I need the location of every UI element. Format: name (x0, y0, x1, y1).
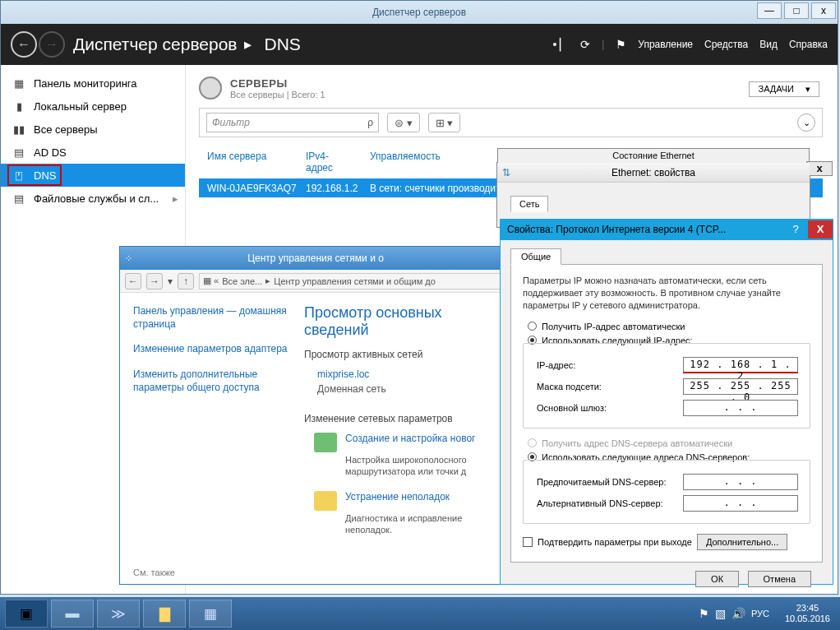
servers-icon: ▮▮ (12, 123, 25, 136)
separator: | (602, 39, 604, 50)
ipv4-titlebar[interactable]: Свойства: Протокол Интернета версии 4 (T… (501, 219, 833, 240)
network-center-window[interactable]: ⁘ Центр управления сетями и о ← → ▾ ↑ ▦ … (119, 246, 512, 585)
taskbar-powershell[interactable]: ≫ (97, 600, 140, 628)
ethernet-properties-window[interactable]: Состояние Ethernet x ⇅Ethernet: свойства… (496, 162, 810, 228)
menu-help[interactable]: Справка (789, 39, 828, 50)
filter-input[interactable]: Фильтр ρ (206, 113, 379, 132)
dns1-input[interactable]: . . . (683, 474, 798, 490)
nav-forward-button[interactable]: → (39, 31, 65, 58)
file-icon: ▤ (12, 192, 25, 205)
nc-forward-button[interactable]: → (146, 273, 163, 290)
nc-crumb2[interactable]: Центр управления сетями и общим до (274, 276, 436, 286)
nc-setup-link[interactable]: Создание и настройка новог (345, 433, 475, 452)
ethernet-tab-network[interactable]: Сеть (510, 196, 548, 212)
nc-sharing-link[interactable]: Изменить дополнительные параметры общего… (133, 368, 288, 394)
menu-view[interactable]: Вид (759, 39, 778, 50)
expand-button[interactable]: ⌄ (797, 113, 815, 132)
close-button[interactable]: x (811, 2, 836, 19)
nc-up-button[interactable]: ↑ (178, 273, 194, 290)
server-icon: ▮ (12, 100, 25, 113)
validate-label: Подтвердить параметры при выходе (538, 537, 692, 547)
network-center-icon: ⁘ (125, 253, 132, 264)
sidebar-label: DNS (34, 169, 56, 182)
chevron-down-icon[interactable]: ▾ (168, 276, 173, 287)
chevron-down-icon: ▾ (805, 84, 810, 95)
ipv4-tab-general[interactable]: Общие (510, 248, 561, 265)
sidebar-item-dashboard[interactable]: ▦Панель мониторинга (1, 72, 185, 95)
taskbar[interactable]: ▣ ▬ ≫ ▇ ▦ ⚑ ▧ 🔊 РУС 23:45 10.05.2016 (0, 597, 840, 630)
sm-header: ← → Диспетчер серверов ▸ DNS • ▏ ⟳ | ⚑ У… (1, 24, 838, 65)
dns-icon: ⍞ (12, 169, 25, 182)
breadcrumb-leaf[interactable]: DNS (265, 35, 301, 54)
sidebar-item-all-servers[interactable]: ▮▮Все серверы (1, 118, 185, 141)
globe-icon (199, 76, 222, 100)
flag-icon[interactable]: ⚑ (616, 38, 626, 51)
search-icon[interactable]: ρ (367, 117, 373, 128)
tray-clock[interactable]: 23:45 10.05.2016 (780, 603, 835, 623)
sidebar-item-adds[interactable]: ▤AD DS (1, 141, 185, 164)
ethernet-status-title: Состояние Ethernet (497, 148, 810, 163)
refresh-dropdown-icon[interactable]: • ▏ (552, 38, 569, 51)
ipv4-properties-dialog[interactable]: Свойства: Протокол Интернета версии 4 (T… (500, 219, 833, 585)
filter-view-button[interactable]: ⊜ ▾ (387, 113, 420, 132)
ok-button[interactable]: ОК (695, 571, 739, 587)
nc-crumb1[interactable]: Все эле... (222, 276, 262, 286)
cancel-button[interactable]: Отмена (748, 571, 811, 587)
maximize-button[interactable]: □ (784, 2, 809, 19)
radio-auto-dns-label: Получить адрес DNS-сервера автоматически (542, 438, 732, 448)
dns2-input[interactable]: . . . (683, 495, 798, 512)
nc-breadcrumb[interactable]: ▦ « Все эле... ▸ Центр управления сетями… (199, 273, 506, 290)
nc-trouble-link[interactable]: Устранение неполадок (345, 491, 450, 511)
subnet-mask-input[interactable]: 255 . 255 . 255 . 0 (683, 378, 798, 395)
filter-save-button[interactable]: ⊞ ▾ (428, 113, 461, 132)
menu-manage[interactable]: Управление (638, 39, 693, 50)
sidebar-item-file-services[interactable]: ▤Файловые службы и сл...▸ (1, 187, 185, 210)
tray-network-icon[interactable]: ▧ (715, 607, 726, 620)
sidebar-label: AD DS (34, 146, 67, 159)
menu-tools[interactable]: Средства (704, 39, 748, 50)
taskbar-explorer[interactable]: ▇ (143, 600, 186, 628)
nav-back-button[interactable]: ← (11, 31, 37, 58)
tray-volume-icon[interactable]: 🔊 (732, 607, 745, 620)
sidebar-label: Локальный сервер (34, 100, 127, 113)
tray-flag-icon[interactable]: ⚑ (699, 607, 709, 620)
help-button[interactable]: ? (783, 220, 808, 239)
nc-titlebar[interactable]: ⁘ Центр управления сетями и о (120, 247, 511, 270)
tray-time: 23:45 (785, 603, 830, 614)
radio-auto-ip[interactable]: Получить IP-адрес автоматически (528, 322, 810, 331)
tasks-label: ЗАДАЧИ (758, 84, 794, 95)
lbl-ip: IP-адрес: (537, 360, 683, 370)
taskbar-network-center[interactable]: ▦ (189, 600, 232, 628)
nc-domain[interactable]: mixprise.loc (317, 368, 369, 380)
servers-subtitle: Все серверы | Всего: 1 (230, 90, 325, 100)
nc-sidebar: Панель управления — домашняя страница Из… (120, 293, 301, 584)
sidebar-item-local-server[interactable]: ▮Локальный сервер (1, 95, 185, 118)
nc-home-link[interactable]: Панель управления — домашняя страница (133, 304, 288, 331)
nc-back-button[interactable]: ← (125, 273, 141, 290)
refresh-icon[interactable]: ⟳ (580, 38, 590, 51)
sm-titlebar[interactable]: Диспетчер серверов — □ x (1, 1, 838, 24)
tasks-dropdown[interactable]: ЗАДАЧИ▾ (749, 81, 819, 97)
advanced-button[interactable]: Дополнительно... (697, 534, 787, 550)
ip-address-input[interactable]: 192 . 168 . 1 . 2 (683, 357, 798, 373)
close-button[interactable]: X (808, 220, 833, 239)
eth-close-button[interactable]: x (806, 161, 833, 176)
taskbar-server-manager[interactable]: ▬ (51, 600, 94, 628)
start-button[interactable]: ▣ (5, 600, 48, 628)
radio-auto-ip-label: Получить IP-адрес автоматически (542, 322, 685, 331)
col-server-name[interactable]: Имя сервера (199, 146, 298, 178)
troubleshoot-icon (314, 491, 337, 511)
filter-placeholder: Фильтр (212, 117, 250, 128)
tray-language[interactable]: РУС (751, 609, 769, 618)
sidebar-label: Все серверы (34, 123, 98, 136)
breadcrumb-root[interactable]: Диспетчер серверов (73, 35, 238, 54)
radio-icon (528, 322, 537, 331)
sidebar-item-dns[interactable]: ⍞DNS (1, 164, 185, 187)
ethernet-props-title[interactable]: ⇅Ethernet: свойства (497, 163, 810, 183)
nc-adapter-link[interactable]: Изменение параметров адаптера (133, 342, 288, 355)
validate-checkbox[interactable] (523, 537, 533, 547)
minimize-button[interactable]: — (757, 2, 782, 19)
gateway-input[interactable]: . . . (683, 400, 798, 416)
col-ipv4[interactable]: IPv4-адрес (298, 146, 362, 178)
sidebar-label: Панель мониторинга (34, 77, 137, 90)
